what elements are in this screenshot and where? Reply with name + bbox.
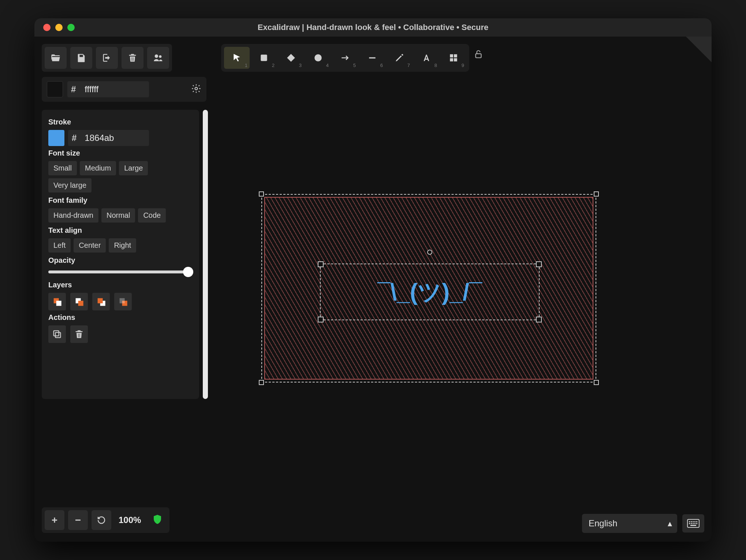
resize-handle-se[interactable] xyxy=(536,317,542,322)
duplicate-icon xyxy=(52,329,62,339)
hash-label: # xyxy=(67,81,79,97)
text-align-center[interactable]: Center xyxy=(74,238,106,253)
bring-forward-button[interactable] xyxy=(92,293,110,310)
resize-handle-nw[interactable] xyxy=(259,191,264,197)
encryption-indicator[interactable] xyxy=(148,514,167,526)
font-size-large[interactable]: Large xyxy=(119,161,148,175)
tool-shortcut: 3 xyxy=(299,63,302,68)
tool-draw[interactable]: 7 xyxy=(387,47,412,69)
collaborate-button[interactable] xyxy=(147,47,169,69)
lock-tool-button[interactable] xyxy=(474,49,483,60)
language-selected: English xyxy=(589,518,618,528)
background-swatch[interactable] xyxy=(47,81,63,97)
svg-rect-18 xyxy=(55,332,60,337)
svg-rect-31 xyxy=(690,525,696,526)
tool-shortcut: 7 xyxy=(407,63,410,68)
tool-arrow[interactable]: 5 xyxy=(332,47,358,69)
svg-point-9 xyxy=(195,87,198,90)
tool-ellipse[interactable]: 4 xyxy=(305,47,331,69)
resize-handle-nw[interactable] xyxy=(318,261,324,267)
send-backward-icon xyxy=(74,296,84,307)
resize-handle-ne[interactable] xyxy=(536,261,542,267)
tool-text[interactable]: 8 xyxy=(414,47,439,69)
svg-rect-11 xyxy=(56,301,61,306)
svg-rect-7 xyxy=(454,58,457,61)
tool-shortcut: 1 xyxy=(245,63,247,68)
window-title: Excalidraw | Hand-drawn look & feel • Co… xyxy=(34,23,712,32)
save-button[interactable] xyxy=(70,47,92,69)
svg-rect-22 xyxy=(691,521,692,522)
font-size-very-large[interactable]: Very large xyxy=(48,178,92,193)
keyboard-icon xyxy=(687,519,700,528)
font-family-hand-drawn[interactable]: Hand-drawn xyxy=(48,208,98,223)
svg-point-1 xyxy=(159,55,161,58)
send-backward-button[interactable] xyxy=(70,293,88,310)
minus-icon xyxy=(74,516,82,524)
background-hex-input[interactable] xyxy=(79,81,149,97)
bring-to-front-button[interactable] xyxy=(114,293,132,310)
send-to-back-icon xyxy=(52,296,62,307)
svg-rect-13 xyxy=(78,301,83,306)
circle-icon xyxy=(313,53,323,63)
duplicate-button[interactable] xyxy=(48,325,66,343)
tool-shortcut: 4 xyxy=(326,63,329,68)
opacity-slider[interactable] xyxy=(48,270,193,273)
svg-rect-27 xyxy=(691,523,692,524)
tool-selection[interactable]: 1 xyxy=(224,47,250,69)
titlebar: Excalidraw | Hand-drawn look & feel • Co… xyxy=(34,18,712,37)
arrow-icon xyxy=(340,53,350,63)
settings-button[interactable] xyxy=(191,83,201,95)
tool-rectangle[interactable]: 2 xyxy=(251,47,277,69)
minimize-window-button[interactable] xyxy=(55,24,63,31)
export-icon xyxy=(102,53,112,63)
resize-handle-se[interactable] xyxy=(594,380,599,385)
svg-rect-17 xyxy=(120,298,125,303)
resize-handle-sw[interactable] xyxy=(259,380,264,385)
opacity-slider-thumb[interactable] xyxy=(183,267,193,277)
svg-rect-26 xyxy=(689,523,690,524)
tool-line[interactable]: 6 xyxy=(359,47,385,69)
zoom-in-button[interactable] xyxy=(45,510,64,530)
tool-diamond[interactable]: 3 xyxy=(278,47,304,69)
tool-shortcut: 6 xyxy=(380,63,383,68)
stroke-swatch[interactable] xyxy=(48,130,64,146)
resize-handle-ne[interactable] xyxy=(594,191,599,197)
maximize-window-button[interactable] xyxy=(67,24,75,31)
text-align-label: Text align xyxy=(48,226,193,235)
font-size-small[interactable]: Small xyxy=(48,161,77,175)
square-icon xyxy=(259,53,269,63)
unlock-icon xyxy=(474,49,483,59)
svg-point-0 xyxy=(155,55,158,58)
shrug-text[interactable]: ¯\_(ツ)_/¯ xyxy=(377,276,482,308)
bring-forward-icon xyxy=(96,296,106,307)
font-family-normal[interactable]: Normal xyxy=(101,208,135,223)
reset-zoom-button[interactable] xyxy=(92,510,111,530)
language-select[interactable]: English ▴ xyxy=(582,514,677,533)
rotate-handle[interactable] xyxy=(427,250,432,255)
font-family-code[interactable]: Code xyxy=(138,208,166,223)
stroke-label: Stroke xyxy=(48,118,193,126)
svg-rect-25 xyxy=(696,521,697,522)
keyboard-shortcuts-button[interactable] xyxy=(682,514,704,533)
open-button[interactable] xyxy=(45,47,67,69)
clear-canvas-button[interactable] xyxy=(122,47,143,69)
resize-handle-sw[interactable] xyxy=(318,317,324,322)
send-to-back-button[interactable] xyxy=(48,293,66,310)
font-size-medium[interactable]: Medium xyxy=(80,161,116,175)
tool-library[interactable]: 9 xyxy=(441,47,466,69)
properties-scrollbar[interactable] xyxy=(203,110,208,399)
delete-button[interactable] xyxy=(70,325,88,343)
cursor-icon xyxy=(232,53,242,63)
tool-shortcut: 5 xyxy=(353,63,356,68)
stroke-hex-input[interactable] xyxy=(79,130,149,146)
text-align-left[interactable]: Left xyxy=(48,238,71,253)
plus-icon xyxy=(50,516,59,524)
canvas-selection: ¯\_(ツ)_/¯ xyxy=(261,194,596,382)
svg-rect-30 xyxy=(696,523,697,524)
export-button[interactable] xyxy=(96,47,118,69)
text-align-right[interactable]: Right xyxy=(109,238,136,253)
close-window-button[interactable] xyxy=(43,24,51,31)
zoom-out-button[interactable] xyxy=(68,510,88,530)
tool-shortcut: 2 xyxy=(272,63,275,68)
svg-rect-19 xyxy=(54,331,59,336)
